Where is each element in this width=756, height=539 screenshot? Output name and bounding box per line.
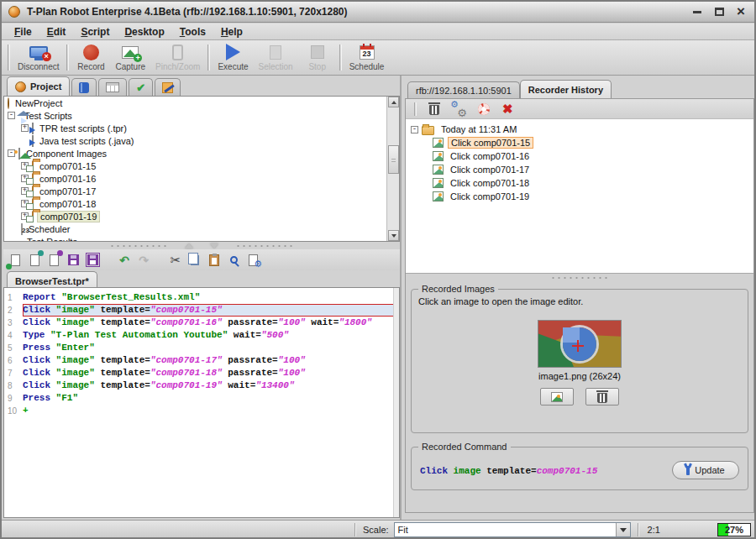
record-button[interactable]: Record: [71, 42, 110, 73]
tree-item-java-scripts[interactable]: Java test scripts (.java): [4, 134, 399, 147]
image-caption: image1.png (26x24): [538, 371, 621, 381]
history-item-comp0701-17[interactable]: Click comp0701-17: [411, 163, 753, 176]
execute-button[interactable]: Execute: [213, 42, 253, 73]
tree-item-comp0701-17[interactable]: + comp0701-17: [4, 185, 399, 197]
project-tree-scrollbar[interactable]: [386, 97, 399, 241]
code-line[interactable]: 4Type "T-Plan Test Automation Youtube" w…: [4, 329, 399, 342]
schedule-calendar-icon: 23: [360, 45, 375, 60]
tree-item-test-results[interactable]: Test Results: [4, 235, 399, 242]
tree-item-comp0701-19[interactable]: + comp0701-19: [4, 210, 399, 222]
record-circle-icon: [83, 44, 99, 60]
menu-tools[interactable]: Tools: [172, 24, 213, 39]
history-item-comp0701-19[interactable]: Click comp0701-19: [411, 190, 753, 203]
scroll-down-button[interactable]: [388, 230, 399, 241]
recent-script-button[interactable]: [47, 253, 60, 267]
capture-button[interactable]: + Capture: [110, 42, 150, 73]
tab-results-notebook[interactable]: [71, 78, 97, 96]
chevron-down-icon[interactable]: [616, 523, 630, 536]
editor-scrollbar[interactable]: [393, 288, 399, 517]
trash-icon[interactable]: [429, 105, 439, 115]
recorder-history-panel: ⚙⚙ ✖ - Today at 11:31 AM Click comp0701-…: [405, 98, 754, 513]
script-file-icon: [32, 135, 34, 147]
collapse-expander[interactable]: -: [8, 112, 15, 119]
status-separator: [638, 523, 639, 536]
image-icon: [551, 392, 563, 402]
tab-table[interactable]: [98, 78, 127, 96]
scroll-up-button[interactable]: [388, 97, 399, 107]
recorded-image-thumbnail[interactable]: [538, 320, 622, 368]
collapse-down-icon[interactable]: [210, 243, 218, 249]
left-panel: Project ✔ NewProject - Test Scripts: [2, 76, 402, 520]
image-step-icon: [433, 151, 444, 161]
code-line[interactable]: 7Click "image" template="comp0701-18" pa…: [4, 367, 399, 379]
scale-value: Fit: [395, 525, 616, 535]
code-line-highlighted[interactable]: 2Click "image" template="comp0701-15": [4, 304, 399, 317]
tab-check[interactable]: ✔: [129, 78, 153, 96]
gears-icon[interactable]: ⚙⚙: [452, 102, 465, 116]
open-image-button[interactable]: [540, 388, 574, 406]
menu-desktop[interactable]: Desktop: [117, 24, 171, 39]
close-button[interactable]: ×: [734, 6, 748, 18]
disconnect-monitor-icon: ×: [29, 46, 48, 58]
save-all-button[interactable]: [86, 253, 99, 267]
history-item-comp0701-18[interactable]: Click comp0701-18: [411, 176, 753, 190]
code-line[interactable]: 3Click "image" template="comp0701-16" pa…: [4, 317, 399, 329]
tab-edit-pen[interactable]: [155, 78, 181, 96]
tree-item-tpr-scripts[interactable]: + TPR test scripts (.tpr): [4, 122, 399, 134]
tree-item-newproject[interactable]: NewProject: [4, 97, 399, 109]
expand-expander[interactable]: +: [21, 124, 29, 132]
disconnect-button[interactable]: × Disconnect: [13, 42, 64, 73]
tree-item-comp0701-18[interactable]: + comp0701-18: [4, 197, 399, 210]
delete-x-icon[interactable]: ✖: [502, 102, 513, 115]
history-item-comp0701-16[interactable]: Click comp0701-16: [411, 149, 753, 163]
tab-rfb-viewer[interactable]: rfb://192.168.1.10:5901: [407, 81, 520, 99]
schedule-button[interactable]: 23 Schedule: [344, 42, 390, 73]
new-script-button[interactable]: [8, 253, 22, 267]
copy-button[interactable]: [188, 253, 202, 267]
tab-project[interactable]: Project: [7, 76, 70, 96]
save-button[interactable]: [66, 253, 80, 267]
tree-item-comp0701-16[interactable]: + comp0701-16: [4, 172, 399, 185]
update-button[interactable]: Update: [672, 461, 739, 479]
minimize-button[interactable]: [690, 6, 704, 18]
script-file-icon: [32, 123, 34, 134]
code-line[interactable]: 6Click "image" template="comp0701-17" pa…: [4, 354, 399, 367]
collapse-up-icon[interactable]: [185, 243, 193, 249]
tree-item-component-images[interactable]: - Component Images: [4, 147, 399, 160]
collapse-expander[interactable]: -: [411, 126, 418, 133]
menu-edit[interactable]: Edit: [39, 24, 74, 39]
scale-combobox[interactable]: Fit: [394, 522, 631, 537]
find-button[interactable]: [227, 253, 240, 267]
maximize-button[interactable]: [712, 6, 726, 18]
code-editor[interactable]: 1Report "BrowserTest_Results.xml" 2Click…: [3, 287, 400, 518]
lifesaver-icon[interactable]: [478, 103, 490, 115]
delete-image-button[interactable]: [585, 388, 619, 406]
code-line[interactable]: 9Press "F1": [4, 392, 399, 405]
code-line[interactable]: 10+: [4, 405, 399, 417]
open-script-button[interactable]: [28, 253, 41, 267]
main-area: Project ✔ NewProject - Test Scripts: [2, 76, 754, 520]
tree-item-scheduler[interactable]: 23 Scheduler: [4, 222, 399, 235]
scroll-thumb[interactable]: [388, 145, 399, 174]
recorded-command-group: Recorded Command Click image template=co…: [411, 447, 748, 490]
menu-script[interactable]: Script: [73, 24, 117, 39]
tree-item-test-scripts[interactable]: - Test Scripts: [4, 109, 399, 122]
horizontal-splitter[interactable]: [406, 274, 753, 281]
menu-file[interactable]: File: [7, 24, 39, 39]
execute-play-icon: [226, 44, 240, 60]
horizontal-splitter[interactable]: [3, 242, 400, 249]
code-line[interactable]: 8Click "image" template="comp0701-19" wa…: [4, 379, 399, 392]
code-line[interactable]: 5Press "Enter": [4, 342, 399, 354]
title-bar: T-Plan Robot Enterprise 4.1Beta (rfb://1…: [2, 2, 754, 23]
menu-help[interactable]: Help: [213, 24, 250, 39]
cut-button[interactable]: ✂: [169, 253, 182, 267]
undo-button[interactable]: ↶: [118, 253, 131, 267]
script-properties-button[interactable]: ⚙: [246, 253, 260, 267]
paste-button[interactable]: [207, 253, 221, 267]
history-item-comp0701-15[interactable]: Click comp0701-15: [411, 136, 753, 149]
tree-item-comp0701-15[interactable]: + comp0701-15: [4, 160, 399, 172]
code-line[interactable]: 1Report "BrowserTest_Results.xml": [4, 291, 399, 304]
tab-recorder-history[interactable]: Recorder History: [520, 80, 612, 99]
ratio-indicator: 2:1: [648, 525, 660, 535]
history-root[interactable]: - Today at 11:31 AM: [411, 123, 753, 136]
